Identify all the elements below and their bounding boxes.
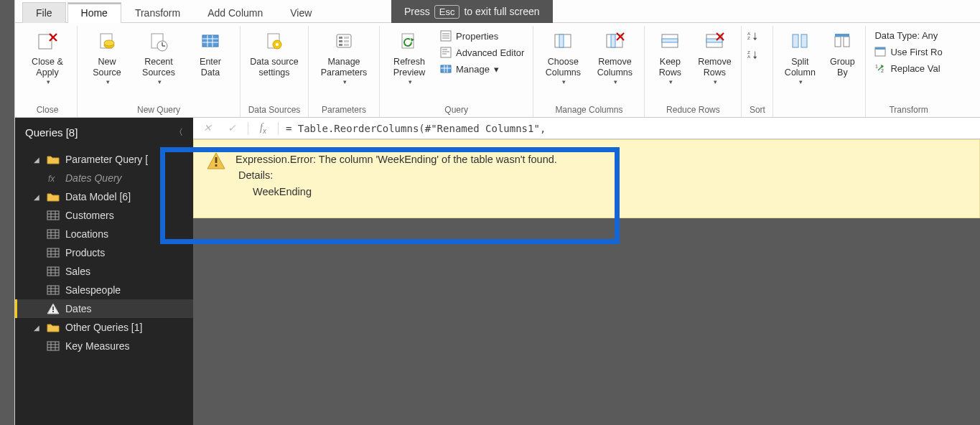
caret-icon: ▾ (343, 78, 347, 86)
group-label-new-query: New Query (82, 103, 235, 117)
use-first-row-button[interactable]: Use First Ro (870, 45, 946, 59)
fx-icon: fx (47, 172, 60, 184)
enter-data-button[interactable]: Enter Data (185, 27, 235, 78)
remove-rows-button[interactable]: Remove Rows▾ (692, 27, 737, 86)
use-first-row-label: Use First Ro (890, 47, 942, 57)
new-source-button[interactable]: New Source▾ (82, 27, 132, 86)
remove-columns-label: Remove Columns (597, 57, 633, 78)
sidebar-group[interactable]: ◢Parameter Query [ (15, 150, 193, 169)
svg-rect-21 (339, 44, 342, 46)
sidebar-item-label: Locations (65, 228, 108, 240)
tab-transform[interactable]: Transform (121, 2, 194, 23)
tab-add-column[interactable]: Add Column (194, 2, 276, 23)
sidebar-header: Queries [8] 〈 (15, 118, 193, 147)
svg-rect-90 (47, 286, 59, 294)
sidebar-item[interactable]: Dates (15, 299, 193, 318)
keep-rows-button[interactable]: Keep Rows▾ (649, 27, 691, 86)
cancel-formula-button[interactable]: ✕ (199, 122, 216, 134)
svg-rect-63 (835, 34, 849, 37)
sidebar-item[interactable]: Sales (15, 262, 193, 281)
manage-parameters-button[interactable]: Manage Parameters▾ (313, 27, 375, 86)
sidebar-item[interactable]: Products (15, 243, 193, 262)
tab-view[interactable]: View (276, 2, 325, 23)
replace-values-button[interactable]: 12 Replace Val (870, 61, 946, 75)
sidebar-item-label: Sales (65, 266, 90, 277)
refresh-preview-button[interactable]: Refresh Preview▾ (384, 27, 434, 86)
table-icon (47, 228, 60, 240)
expand-caret-icon: ◢ (34, 324, 41, 332)
commit-formula-button[interactable]: ✓ (223, 122, 241, 134)
table-icon (47, 247, 60, 258)
error-details-value: WeekEnding (235, 184, 557, 200)
error-panel: Expression.Error: The column 'WeekEnding… (193, 139, 980, 218)
caret-icon: ▾ (158, 78, 162, 86)
manage-query-button[interactable]: Manage ▾ (436, 62, 528, 76)
sidebar-group[interactable]: ◢Other Queries [1] (15, 318, 193, 337)
caret-icon: ▾ (494, 64, 499, 75)
sort-desc-icon: ZA (747, 49, 759, 60)
svg-marker-58 (753, 57, 757, 60)
group-by-button[interactable]: Group By (823, 27, 861, 78)
sidebar-item[interactable]: Salespeople (15, 281, 193, 299)
svg-rect-22 (344, 37, 349, 39)
manage-icon (440, 63, 452, 75)
caret-icon: ▾ (409, 78, 412, 86)
data-source-settings-button[interactable]: Data source settings (245, 27, 304, 78)
ribbon-group-split-group: Split Column▾ Group By (773, 26, 866, 117)
close-apply-button[interactable]: Close & Apply▾ (22, 27, 73, 86)
svg-rect-35 (441, 65, 451, 73)
properties-label: Properties (456, 31, 498, 42)
choose-columns-button[interactable]: Choose Columns▾ (538, 27, 588, 86)
sidebar-item[interactable]: Customers (15, 206, 193, 225)
group-label-transform: Transform (870, 103, 946, 117)
formula-text[interactable]: = Table.ReorderColumns(#"Renamed Columns… (286, 123, 546, 134)
advanced-editor-button[interactable]: Advanced Editor (436, 45, 528, 60)
data-type-button[interactable]: Data Type: Any (870, 29, 946, 42)
folder-icon (47, 154, 60, 165)
tab-home[interactable]: Home (67, 2, 121, 23)
svg-rect-61 (835, 37, 841, 47)
ribbon: Close & Apply▾ Close New Source▾ (15, 23, 980, 118)
sidebar-item[interactable]: Key Measures (15, 337, 193, 355)
table-icon (47, 210, 60, 221)
svg-rect-60 (801, 34, 807, 47)
tab-file[interactable]: File (22, 2, 66, 23)
error-details-label: Details: (235, 167, 557, 183)
warning-icon (47, 303, 60, 314)
svg-rect-48 (706, 39, 722, 42)
svg-rect-24 (344, 44, 349, 46)
ribbon-group-close: Close & Apply▾ Close (18, 26, 78, 117)
sort-asc-button[interactable]: AZ (746, 29, 760, 43)
ribbon-group-parameters: Manage Parameters▾ Parameters (309, 26, 380, 117)
queries-sidebar: Queries [8] 〈 ◢Parameter Query [fxDates … (15, 118, 193, 425)
svg-rect-96 (52, 307, 54, 310)
content-area: ✕ ✓ fx = Table.ReorderColumns(#"Renamed … (193, 118, 980, 425)
svg-rect-65 (875, 47, 885, 50)
sidebar-item[interactable]: Locations (15, 225, 193, 243)
sidebar-group[interactable]: ◢Data Model [6] (15, 187, 193, 206)
expand-caret-icon: ◢ (34, 193, 41, 201)
enter-data-icon (198, 29, 223, 54)
recent-sources-button[interactable]: Recent Sources▾ (134, 27, 184, 86)
refresh-preview-label: Refresh Preview (393, 57, 425, 78)
fullscreen-hint-banner: Press Esc to exit full screen (391, 0, 553, 23)
sidebar-title: Queries [8] (25, 126, 78, 139)
caret-icon: ▾ (47, 78, 50, 86)
sidebar-item[interactable]: fxDates Query (15, 169, 193, 187)
split-column-button[interactable]: Split Column▾ (778, 27, 822, 86)
fs-pre: Press (404, 6, 430, 17)
ribbon-group-reduce-rows: Keep Rows▾ Remove Rows▾ Reduce Rows (645, 26, 742, 117)
manage-query-label: Manage (456, 64, 490, 75)
sort-desc-button[interactable]: ZA (746, 47, 760, 62)
collapse-sidebar-button[interactable]: 〈 (172, 123, 186, 141)
svg-rect-42 (611, 34, 615, 47)
sidebar-item-label: Dates Query (65, 172, 122, 184)
formula-bar[interactable]: ✕ ✓ fx = Table.ReorderColumns(#"Renamed … (193, 118, 980, 139)
svg-text:fx: fx (48, 174, 55, 183)
remove-columns-button[interactable]: Remove Columns▾ (589, 27, 640, 86)
svg-text:1: 1 (875, 64, 878, 69)
new-source-icon (95, 29, 119, 54)
properties-button[interactable]: Properties (436, 29, 528, 43)
new-source-label: New Source (93, 57, 121, 78)
query-tree: ◢Parameter Query [fxDates Query◢Data Mod… (15, 147, 193, 358)
